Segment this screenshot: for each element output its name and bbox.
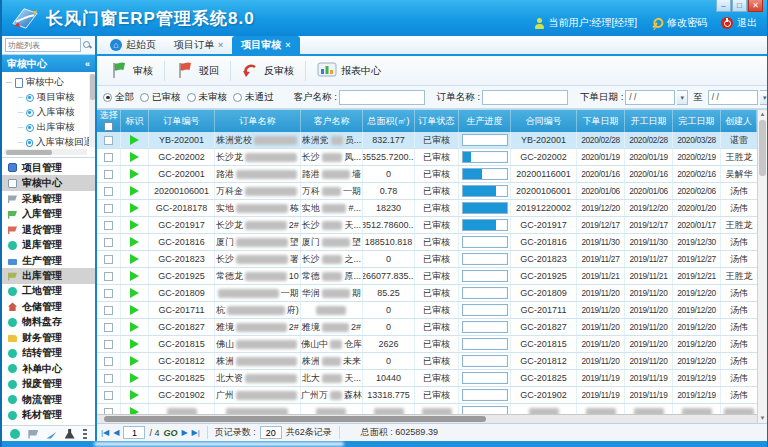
column-header-name[interactable]: 订单名称 (215, 110, 301, 132)
calendar-dropdown-icon[interactable]: ▼ (677, 90, 688, 105)
table-row[interactable]: GC-201917长沙龙2#长沙天...8512.78600...已审核GC-2… (97, 217, 757, 234)
sidebar-item-退库管理[interactable]: 退库管理 (2, 237, 95, 252)
page-size-input[interactable] (260, 426, 282, 439)
sidebar-item-财务管理[interactable]: 财务管理 (2, 330, 95, 345)
sidebar-item-退货管理[interactable]: 退货管理 (2, 222, 95, 237)
table-row[interactable]: GC-202002长沙龙长沙凤...65525.7200...已审核GC-202… (97, 149, 757, 166)
radio-未审核[interactable]: 未审核 (187, 91, 228, 104)
toolbar-button-审核[interactable]: 审核 (103, 59, 160, 83)
toolbar-button-反审核[interactable]: 反审核 (235, 60, 301, 81)
sidebar-item-仓储管理[interactable]: 仓储管理 (2, 299, 95, 314)
sidebar-item-报废管理[interactable]: 报废管理 (2, 377, 95, 392)
tree-item[interactable]: ┈项目审核 (6, 90, 93, 105)
table-row[interactable]: GC-202001路港路港墙0已审核202001160012020/01/162… (97, 166, 757, 183)
row-checkbox[interactable] (104, 204, 113, 213)
sidebar-item-工地管理[interactable]: 工地管理 (2, 284, 95, 299)
calendar-dropdown-icon[interactable]: ▼ (760, 90, 767, 105)
column-header-progress[interactable]: 生产进度 (459, 110, 511, 132)
column-header-d2[interactable]: 开工日期 (625, 110, 673, 132)
cart-icon[interactable] (28, 429, 38, 439)
row-checkbox[interactable] (104, 187, 113, 196)
table-row[interactable]: GC-201815佛山佛山中仓库2626已审核GC-2018152019/11/… (97, 336, 757, 353)
scroll-up-icon[interactable]: ▲ (760, 110, 766, 119)
order-name-input[interactable] (482, 90, 568, 105)
row-checkbox[interactable] (104, 221, 113, 230)
column-header-status[interactable]: 订单状态 (415, 110, 459, 132)
order-date-to-input[interactable]: / / (708, 90, 758, 105)
person-icon[interactable] (65, 429, 75, 439)
change-password-button[interactable]: 修改密码 (651, 16, 707, 30)
sidebar-item-生产管理[interactable]: 生产管理 (2, 253, 95, 268)
table-row[interactable]: YB-202001株洲党校株洲党员...832.177已审核YB-2020012… (97, 132, 757, 149)
table-row[interactable]: GC-201825北大资北大天...10440已审核GC-2018252019/… (97, 370, 757, 387)
radio-全部[interactable]: 全部 (103, 91, 134, 104)
radio-未通过[interactable]: 未通过 (233, 91, 274, 104)
row-checkbox[interactable] (104, 391, 113, 400)
toolbar-button-报表中心[interactable]: 报表中心 (310, 60, 388, 82)
customer-name-input[interactable] (339, 90, 425, 105)
sidebar-item-采购管理[interactable]: 采购管理 (2, 191, 95, 206)
tree-horizontal-scrollbar[interactable] (4, 149, 87, 155)
column-header-customer[interactable]: 客户名称 (301, 110, 363, 132)
select-all-checkbox[interactable] (104, 122, 113, 131)
table-row[interactable]: GC-201816厦门望厦门望188510.818已审核GC-201816201… (97, 234, 757, 251)
prev-page-icon[interactable]: ◀ (113, 429, 119, 437)
row-checkbox[interactable] (104, 357, 113, 366)
row-checkbox[interactable] (104, 323, 113, 332)
tree-vertical-scrollbar[interactable] (89, 74, 95, 147)
column-header-d1[interactable]: 下单日期 (577, 110, 625, 132)
table-row[interactable]: 20200106001万科金万科一期0.78已审核202001060012020… (97, 183, 757, 200)
scrollbar-thumb[interactable] (759, 120, 766, 176)
panel-header[interactable]: 审核中心 « (2, 55, 95, 72)
maximize-button[interactable]: □ (732, 0, 747, 12)
row-checkbox[interactable] (104, 170, 113, 179)
minimize-button[interactable]: – (716, 0, 731, 12)
column-header-order_no[interactable]: 订单编号 (149, 110, 215, 132)
column-header-sel[interactable]: 选择 (97, 110, 121, 132)
sidebar-item-审核中心[interactable]: 审核中心 (2, 175, 95, 190)
tab-项目审核[interactable]: 项目审核× (232, 36, 299, 54)
dot-icon[interactable] (10, 429, 20, 439)
table-row[interactable]: GC-201812株洲株洲未来0已审核GC-2018122019/11/2020… (97, 353, 757, 370)
row-checkbox[interactable] (104, 238, 113, 247)
tab-项目订单[interactable]: 项目订单× (165, 36, 232, 54)
sidebar-item-入库管理[interactable]: 入库管理 (2, 206, 95, 221)
row-checkbox[interactable] (104, 374, 113, 383)
row-checkbox[interactable] (104, 153, 113, 162)
column-header-flag[interactable]: 标识 (121, 110, 149, 132)
next-page-icon[interactable]: ▶ (181, 429, 187, 437)
close-button[interactable]: ✕ (748, 0, 763, 12)
sidebar-item-物料盘存[interactable]: 物料盘存 (2, 315, 95, 330)
toolbar-button-驳回[interactable]: 驳回 (169, 59, 226, 83)
go-button[interactable]: GO (163, 428, 177, 438)
table-row[interactable]: GC-201711杭府)0已审核GC-2017112019/11/202019/… (97, 302, 757, 319)
column-header-area[interactable]: 总面积(㎡) (363, 110, 415, 132)
tree-root[interactable]: ─ 审核中心 (6, 75, 93, 90)
scroll-down-icon[interactable]: ▼ (760, 414, 766, 423)
more-icon[interactable] (83, 429, 87, 439)
row-checkbox[interactable] (104, 136, 113, 145)
tree-item[interactable]: ┈入库审核 (6, 105, 93, 120)
column-header-contract[interactable]: 合同编号 (511, 110, 577, 132)
row-checkbox[interactable] (104, 255, 113, 264)
function-search-input[interactable] (5, 38, 81, 52)
send-icon[interactable] (46, 429, 56, 439)
table-row[interactable] (97, 404, 757, 414)
horizontal-scrollbar[interactable] (97, 414, 757, 423)
tree-item[interactable]: ┈入库审核回退 (6, 135, 93, 150)
tab-close-icon[interactable]: × (218, 40, 223, 50)
order-date-from-input[interactable]: / / (625, 90, 675, 105)
column-header-creator[interactable]: 创建人 (721, 110, 757, 132)
logout-button[interactable]: 退出 (721, 16, 757, 30)
sidebar-item-结转管理[interactable]: 结转管理 (2, 346, 95, 361)
table-row[interactable]: GC-201827雅境2#雅境2#0已审核GC-2018272019/11/20… (97, 319, 757, 336)
page-number-input[interactable] (123, 426, 145, 439)
row-checkbox[interactable] (104, 289, 113, 298)
first-page-icon[interactable]: |◀ (101, 429, 109, 437)
tree-item[interactable]: ┈出库审核 (6, 120, 93, 135)
sidebar-item-补单中心[interactable]: 补单中心 (2, 361, 95, 376)
radio-已审核[interactable]: 已审核 (140, 91, 181, 104)
table-row[interactable]: GC-2018178实地栋实地#...18230已审核2019122000220… (97, 200, 757, 217)
last-page-icon[interactable]: ▶| (192, 429, 200, 437)
sidebar-item-出库管理[interactable]: 出库管理 (2, 268, 95, 283)
